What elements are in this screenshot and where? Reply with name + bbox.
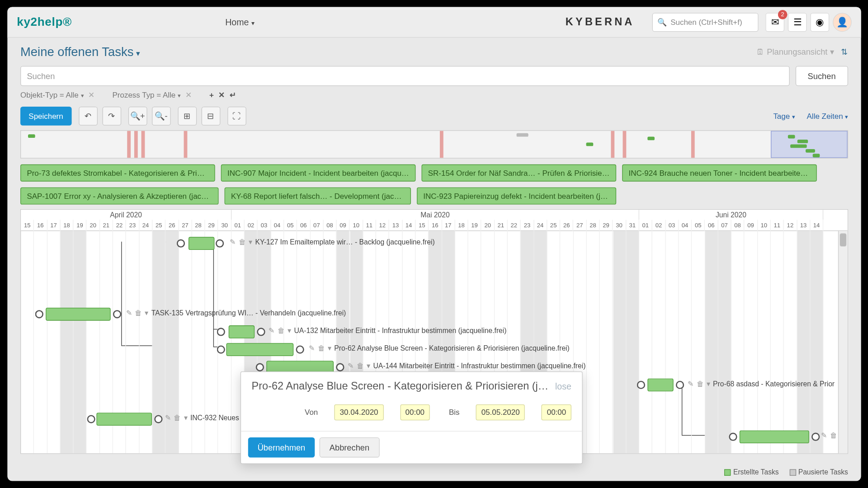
edit-icon[interactable]: ✎ [821,432,826,440]
edit-icon[interactable]: ✎ [126,309,132,317]
edit-icon[interactable]: ✎ [348,362,354,370]
edit-icon[interactable]: ✎ [309,344,315,352]
gantt-row-label: ✎🗑▾Pro-68 asdasd - Kategorisieren & Prio… [687,380,834,388]
bar-end-handle[interactable] [336,363,344,371]
list-icon: ☰ [793,16,801,28]
bar-end-handle[interactable] [113,310,121,318]
redo-button[interactable]: ↷ [102,107,121,126]
bar-end-handle[interactable] [154,415,162,423]
delete-icon[interactable]: 🗑 [317,344,325,352]
from-time-input[interactable]: 00:00 [400,404,429,420]
task-card[interactable]: INC-924 Brauche neuen Toner - Incident b… [622,164,817,182]
day-header: 31 [626,220,639,231]
chevron-down-icon[interactable]: ▾ [288,327,291,335]
bar-end-handle[interactable] [296,345,304,353]
task-card[interactable]: INC-923 Papiereinzug defekt - Incident b… [417,188,616,205]
edit-icon[interactable]: ✎ [687,380,693,388]
gantt-bar[interactable] [228,325,254,338]
day-header: 08 [323,220,336,231]
bar-end-handle[interactable] [675,381,684,389]
global-search-input[interactable]: 🔍 Suchen (Ctrl+Shift+f) [652,13,758,32]
chevron-down-icon[interactable]: ▾ [706,380,710,388]
task-card[interactable]: SAP-1007 Error xy - Analysieren & Akzept… [20,188,218,205]
day-header: 16 [34,220,47,231]
bar-start-handle[interactable] [637,381,645,389]
bar-end-handle[interactable] [811,433,820,441]
sort-button[interactable]: ⇅ [841,47,848,56]
day-header: 10 [349,220,363,231]
delete-icon[interactable]: 🗑 [135,309,142,317]
bar-end-handle[interactable] [257,328,265,336]
search-button[interactable]: Suchen [795,66,848,86]
delete-icon[interactable]: 🗑 [830,432,837,440]
edit-icon[interactable]: ✎ [230,238,236,246]
page-title-dropdown[interactable]: Meine offenen Tasks▾ [20,45,140,59]
bar-start-handle[interactable] [217,328,225,336]
day-header: 03 [665,220,679,231]
list-button[interactable]: ☰ [788,13,807,32]
bar-start-handle[interactable] [255,363,264,371]
user-avatar[interactable]: 👤 [833,13,852,32]
task-card[interactable]: Pro-73 defektes Stromkabel - Kategorisie… [20,164,215,182]
messages-button[interactable]: ✉ 2 [765,13,784,32]
clear-all-icon[interactable]: ✕ [218,91,225,100]
edit-icon[interactable]: ✎ [269,327,274,335]
to-date-input[interactable]: 05.05.2020 [476,404,524,420]
delete-icon[interactable]: 🗑 [278,327,285,335]
filter-prozess-typ[interactable]: Prozess Typ = Alle ▾ ✕ [112,91,191,100]
bar-start-handle[interactable] [87,415,95,423]
bar-end-handle[interactable] [215,239,223,248]
chevron-down-icon: ▾ [178,93,181,99]
cancel-button[interactable]: Abbrechen [319,437,379,457]
to-time-input[interactable]: 00:00 [541,404,571,420]
bar-start-handle[interactable] [35,310,43,318]
dashboard-button[interactable]: ◉ [810,13,829,32]
task-card[interactable]: KY-68 Report liefert falsch… - Developme… [224,188,410,205]
task-search-input[interactable]: Suchen [20,66,789,86]
gantt-bar[interactable] [647,379,673,392]
undo-button[interactable]: ↶ [78,107,97,126]
chevron-down-icon[interactable]: ▾ [184,414,187,422]
edit-task-modal: Pro-62 Analyse Blue Screen - Kategorisie… [240,371,582,464]
gantt-bar[interactable] [96,413,152,426]
modal-close-button[interactable]: lose [555,381,571,391]
gantt-bar[interactable] [46,308,111,321]
delete-icon[interactable]: 🗑 [356,362,363,370]
delete-icon[interactable]: 🗑 [174,414,181,422]
chevron-down-icon[interactable]: ▾ [249,238,252,246]
home-menu[interactable]: Home▾ [225,17,255,27]
bar-start-handle[interactable] [176,239,184,248]
delete-icon[interactable]: 🗑 [696,380,703,388]
zoom-out-button[interactable]: 🔍- [151,107,170,126]
chevron-down-icon[interactable]: ▾ [367,362,370,370]
chevron-down-icon[interactable]: ▾ [145,309,148,317]
gantt-bar[interactable] [188,237,214,250]
task-card[interactable]: INC-907 Major Incident - Incident bearbe… [221,164,415,182]
gantt-bar[interactable] [226,343,293,356]
return-icon[interactable]: ↵ [230,91,236,100]
planning-view-dropdown[interactable]: 🗓 Planungsansicht ▾ [756,47,834,56]
timeline-minimap[interactable] [20,130,848,159]
time-unit-dropdown[interactable]: Tage ▾ [773,112,795,121]
clear-filter-icon[interactable]: ✕ [185,91,191,100]
minimap-selection[interactable] [771,131,848,158]
bar-start-handle[interactable] [217,345,225,353]
from-date-input[interactable]: 30.04.2020 [334,404,383,420]
expand-all-button[interactable]: ⊞ [177,107,196,126]
gantt-vertical-scrollbar[interactable] [838,231,847,453]
filter-objekt-typ[interactable]: Objekt-Typ = Alle ▾ ✕ [20,91,94,100]
zoom-in-button[interactable]: 🔍+ [128,107,147,126]
task-card[interactable]: SR-154 Order for Näf Sandra… - Prüfen & … [421,164,616,182]
clear-filter-icon[interactable]: ✕ [88,91,94,100]
bar-start-handle[interactable] [729,433,737,441]
time-range-dropdown[interactable]: Alle Zeiten ▾ [807,112,848,121]
delete-icon[interactable]: 🗑 [238,238,245,246]
apply-button[interactable]: Übernehmen [248,437,314,457]
chevron-down-icon[interactable]: ▾ [327,344,331,352]
add-filter-icon[interactable]: + [209,91,214,100]
gantt-bar[interactable] [739,430,809,443]
collapse-all-button[interactable]: ⊟ [201,107,220,126]
edit-icon[interactable]: ✎ [165,414,170,422]
fullscreen-button[interactable]: ⛶ [227,107,246,126]
save-button[interactable]: Speichern [20,107,71,126]
